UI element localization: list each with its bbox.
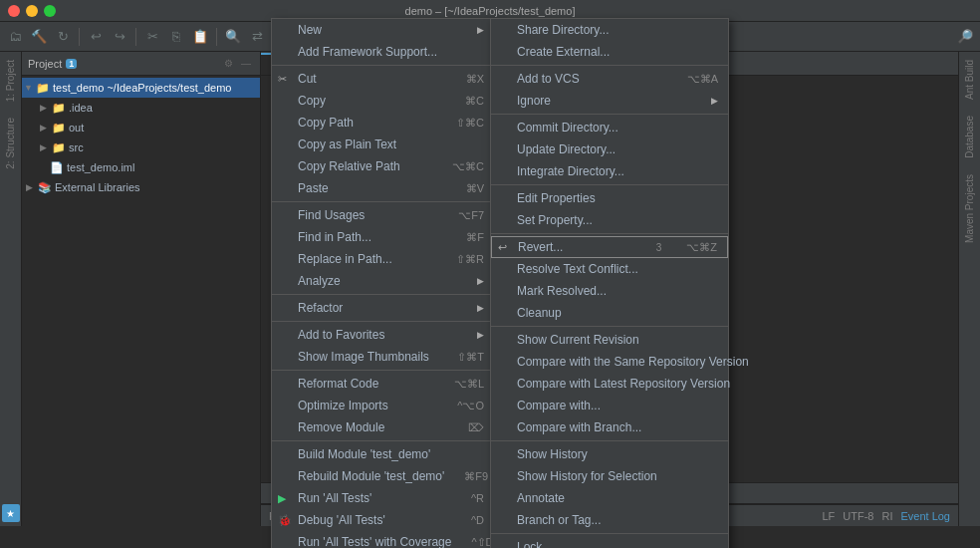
right-label-ant[interactable]: Ant Build xyxy=(962,52,977,108)
menu-item-edit-props[interactable]: Edit Properties xyxy=(491,187,728,209)
sidebar-favorites[interactable]: ★ xyxy=(2,504,20,522)
menu-label-cut: Cut xyxy=(298,72,317,86)
menu-label-annotate: Annotate xyxy=(517,491,565,505)
menu-item-analyze[interactable]: Analyze xyxy=(272,270,494,292)
right-label-maven[interactable]: Maven Projects xyxy=(962,166,977,251)
tree-src[interactable]: ▶ 📁 src xyxy=(22,137,260,157)
toolbar-paste-icon[interactable]: 📋 xyxy=(189,26,211,48)
minimize-button[interactable] xyxy=(26,5,38,17)
menu-item-copy-plain[interactable]: Copy as Plain Text xyxy=(272,134,494,155)
menu-label-analyze: Analyze xyxy=(298,274,341,288)
menu-item-add-vcs[interactable]: Add to VCS ⌥⌘A xyxy=(491,68,728,90)
menu-item-lock[interactable]: Lock... xyxy=(491,536,728,548)
toolbar-replace-icon[interactable]: ⇄ xyxy=(246,26,268,48)
menu-item-resolve-conflict[interactable]: Resolve Text Conflict... xyxy=(491,258,728,280)
menu-item-compare-with[interactable]: Compare with... xyxy=(491,395,728,416)
tree-iml[interactable]: 📄 test_demo.iml xyxy=(22,157,260,177)
menu-item-share[interactable]: Share Directory... xyxy=(491,19,728,41)
menu-label-revert: Revert... xyxy=(518,240,563,254)
menu-label-new: New xyxy=(298,23,322,37)
menu-item-debug-all[interactable]: 🐞 Debug 'All Tests' ^D xyxy=(272,509,494,531)
menu-item-branch-tag[interactable]: Branch or Tag... xyxy=(491,509,728,531)
menu-item-add-fav[interactable]: Add to Favorites xyxy=(272,324,494,346)
menu-label-copy-plain: Copy as Plain Text xyxy=(298,137,396,151)
menu-item-copy-rel[interactable]: Copy Relative Path ⌥⌘C xyxy=(272,155,494,177)
menu-label-update-dir: Update Directory... xyxy=(517,142,615,156)
context-menu-main: New Add Framework Support... ✂ Cut ⌘X Co… xyxy=(271,18,495,548)
menu-label-compare-branch: Compare with Branch... xyxy=(517,420,641,434)
toolbar-undo-icon[interactable]: ↩ xyxy=(85,26,107,48)
menu-item-copy-path[interactable]: Copy Path ⇧⌘C xyxy=(272,112,494,134)
menu-item-create-ext[interactable]: Create External... xyxy=(491,41,728,63)
menu-item-remove-module[interactable]: Remove Module ⌦ xyxy=(272,416,494,438)
menu-item-compare-latest[interactable]: Compare with Latest Repository Version xyxy=(491,373,728,395)
menu-item-optimize[interactable]: Optimize Imports ^⌥O xyxy=(272,395,494,416)
tree-idea[interactable]: ▶ 📁 .idea xyxy=(22,98,260,118)
menu-item-commit-dir[interactable]: Commit Directory... xyxy=(491,117,728,138)
status-format: RI xyxy=(881,510,892,522)
tree-ext-label: External Libraries xyxy=(55,181,140,193)
event-log[interactable]: Event Log xyxy=(900,510,950,522)
menu-item-paste[interactable]: Paste ⌘V xyxy=(272,177,494,199)
menu-label-compare-latest: Compare with Latest Repository Version xyxy=(517,377,730,391)
menu-item-copy[interactable]: Copy ⌘C xyxy=(272,90,494,112)
menu-label-debug-all: Debug 'All Tests' xyxy=(298,513,385,527)
svn-sep-5 xyxy=(491,326,728,327)
menu-item-show-history-sel[interactable]: Show History for Selection xyxy=(491,465,728,487)
sidebar-item-structure[interactable]: 2: Structure xyxy=(3,110,18,177)
toolbar-find-icon[interactable]: 🔍 xyxy=(222,26,244,48)
menu-item-revert[interactable]: ↩ Revert... 3 ⌥⌘Z xyxy=(491,236,728,258)
menu-item-thumbnails[interactable]: Show Image Thumbnails ⇧⌘T xyxy=(272,346,494,368)
menu-item-mark-resolved[interactable]: Mark Resolved... xyxy=(491,280,728,302)
menu-item-build[interactable]: Build Module 'test_demo' xyxy=(272,443,494,465)
svn-sep-4 xyxy=(491,233,728,234)
tree-out[interactable]: ▶ 📁 out xyxy=(22,118,260,137)
menu-label-find-usages: Find Usages xyxy=(298,208,365,222)
right-label-db[interactable]: Database xyxy=(962,108,977,166)
menu-item-find-in[interactable]: Find in Path... ⌘F xyxy=(272,226,494,248)
toolbar-sep-1 xyxy=(79,28,80,46)
menu-item-refactor[interactable]: Refactor xyxy=(272,297,494,319)
toolbar-search-everywhere-icon[interactable]: 🔎 xyxy=(954,26,976,48)
menu-label-paste: Paste xyxy=(298,181,329,195)
menu-item-reformat[interactable]: Reformat Code ⌥⌘L xyxy=(272,373,494,395)
menu-item-run-coverage[interactable]: Run 'All Tests' with Coverage ^⇧D xyxy=(272,531,494,548)
svn-sep-7 xyxy=(491,533,728,534)
menu-item-cleanup[interactable]: Cleanup xyxy=(491,302,728,324)
tree-root[interactable]: ▼ 📁 test_demo ~/IdeaProjects/test_demo xyxy=(22,78,260,98)
menu-item-ignore[interactable]: Ignore xyxy=(491,90,728,112)
menu-label-build: Build Module 'test_demo' xyxy=(298,447,430,461)
menu-item-update-dir[interactable]: Update Directory... xyxy=(491,138,728,160)
menu-item-set-prop[interactable]: Set Property... xyxy=(491,209,728,231)
toolbar-build-icon[interactable]: 🔨 xyxy=(28,26,50,48)
toolbar-redo-icon[interactable]: ↪ xyxy=(109,26,130,48)
sidebar-item-project[interactable]: 1: Project xyxy=(3,52,18,110)
menu-item-compare-same[interactable]: Compare with the Same Repository Version xyxy=(491,351,728,373)
toolbar-refresh-icon[interactable]: ↻ xyxy=(52,26,74,48)
menu-label-branch-tag: Branch or Tag... xyxy=(517,513,602,527)
menu-item-compare-branch[interactable]: Compare with Branch... xyxy=(491,416,728,438)
menu-item-annotate[interactable]: Annotate xyxy=(491,487,728,509)
menu-item-replace-in[interactable]: Replace in Path... ⇧⌘R xyxy=(272,248,494,270)
close-button[interactable] xyxy=(8,5,20,17)
menu-item-new[interactable]: New xyxy=(272,19,494,41)
panel-hide-icon[interactable]: — xyxy=(238,56,254,72)
tree-ext-libs[interactable]: ▶ 📚 External Libraries xyxy=(22,177,260,197)
panel-gear-icon[interactable]: ⚙ xyxy=(220,56,236,72)
menu-item-integrate-dir[interactable]: Integrate Directory... xyxy=(491,160,728,182)
menu-item-show-history[interactable]: Show History xyxy=(491,443,728,465)
maximize-button[interactable] xyxy=(44,5,56,17)
menu-item-add-framework[interactable]: Add Framework Support... xyxy=(272,41,494,63)
menu-item-rebuild[interactable]: Rebuild Module 'test_demo' ⌘F9 xyxy=(272,465,494,487)
project-badge: 1 xyxy=(66,59,77,69)
toolbar-cut-icon[interactable]: ✂ xyxy=(141,26,163,48)
toolbar-copy-icon[interactable]: ⎘ xyxy=(165,26,187,48)
toolbar-project-icon[interactable]: 🗂 xyxy=(4,26,26,48)
menu-item-show-current[interactable]: Show Current Revision xyxy=(491,329,728,351)
menu-item-run-all[interactable]: ▶ Run 'All Tests' ^R xyxy=(272,487,494,509)
menu-item-cut[interactable]: ✂ Cut ⌘X xyxy=(272,68,494,90)
window-buttons xyxy=(8,5,56,17)
project-panel-header: Project 1 ⚙ — xyxy=(22,52,260,76)
menu-item-find-usages[interactable]: Find Usages ⌥F7 xyxy=(272,204,494,226)
project-panel: Project 1 ⚙ — ▼ 📁 test_demo ~/IdeaProjec… xyxy=(22,52,261,526)
